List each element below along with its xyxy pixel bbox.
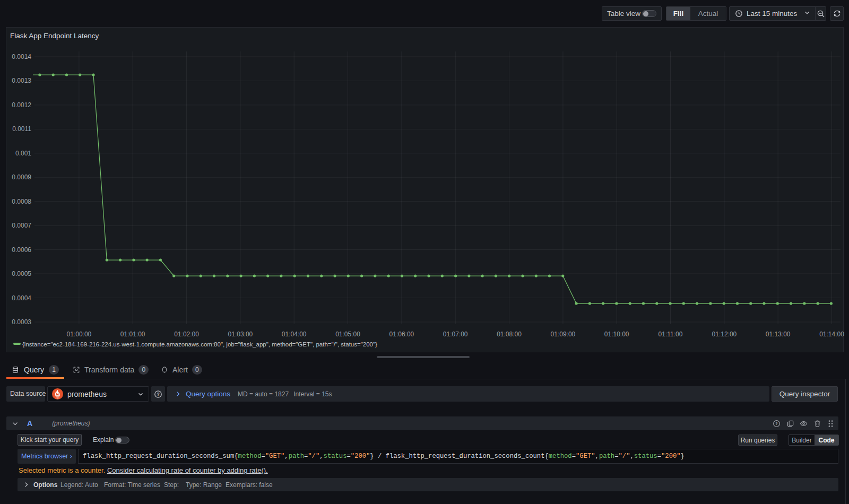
svg-text:Flask App Endpoint Latency: Flask App Endpoint Latency [10,32,99,40]
svg-text:01:01:00: 01:01:00 [120,331,145,338]
svg-text:0.001: 0.001 [15,150,31,157]
svg-text:01:11:00: 01:11:00 [659,331,683,338]
svg-text:01:13:00: 01:13:00 [766,331,791,338]
svg-text:01:05:00: 01:05:00 [335,331,360,338]
svg-text:0.0005: 0.0005 [12,270,31,277]
svg-text:0.0009: 0.0009 [12,173,31,181]
svg-text:01:00:00: 01:00:00 [67,331,92,338]
svg-text:01:06:00: 01:06:00 [389,331,414,338]
svg-text:01:02:00: 01:02:00 [174,331,199,338]
svg-text:01:14:00: 01:14:00 [819,331,844,338]
svg-text:0.0012: 0.0012 [12,101,31,109]
svg-text:{instance="ec2-184-169-216-224: {instance="ec2-184-169-216-224.us-west-1… [22,341,377,347]
svg-text:0.0008: 0.0008 [12,198,31,205]
svg-text:01:07:00: 01:07:00 [443,331,468,338]
svg-text:0.0003: 0.0003 [12,318,31,326]
svg-text:0.0013: 0.0013 [12,77,31,84]
svg-text:0.0014: 0.0014 [12,53,31,60]
svg-text:0.0004: 0.0004 [12,294,31,302]
svg-text:?: ? [775,421,778,426]
svg-text:01:08:00: 01:08:00 [497,331,522,338]
svg-text:01:03:00: 01:03:00 [228,331,253,338]
svg-text:01:12:00: 01:12:00 [712,331,737,338]
svg-text:0.0006: 0.0006 [12,246,31,254]
svg-text:01:09:00: 01:09:00 [551,331,576,338]
svg-text:0.0011: 0.0011 [12,125,31,133]
svg-text:0.0007: 0.0007 [12,222,31,229]
svg-text:01:10:00: 01:10:00 [604,331,629,338]
svg-text:?: ? [157,392,159,397]
svg-text:01:04:00: 01:04:00 [282,331,307,338]
